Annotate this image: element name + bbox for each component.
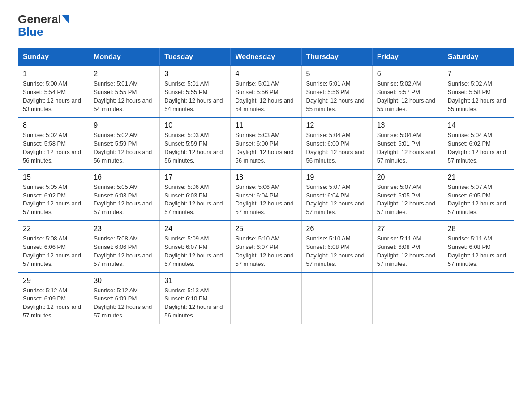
calendar-cell: 9Sunrise: 5:02 AMSunset: 5:59 PMDaylight… (89, 117, 160, 169)
week-row-3: 15Sunrise: 5:05 AMSunset: 6:02 PMDayligh… (18, 169, 514, 221)
calendar-cell: 31Sunrise: 5:13 AMSunset: 6:10 PMDayligh… (160, 273, 231, 324)
day-info: Sunrise: 5:11 AMSunset: 6:08 PMDaylight:… (377, 235, 438, 268)
day-number: 12 (306, 121, 368, 129)
calendar-table: SundayMondayTuesdayWednesdayThursdayFrid… (18, 48, 514, 324)
day-info: Sunrise: 5:11 AMSunset: 6:08 PMDaylight:… (448, 235, 509, 268)
day-number: 31 (164, 277, 226, 285)
calendar-cell: 7Sunrise: 5:02 AMSunset: 5:58 PMDaylight… (443, 66, 514, 117)
calendar-cell: 12Sunrise: 5:04 AMSunset: 6:00 PMDayligh… (301, 117, 372, 169)
day-info: Sunrise: 5:02 AMSunset: 5:57 PMDaylight:… (377, 80, 438, 113)
day-number: 17 (164, 173, 226, 181)
calendar-cell: 17Sunrise: 5:06 AMSunset: 6:03 PMDayligh… (160, 169, 231, 221)
day-info: Sunrise: 5:01 AMSunset: 5:56 PMDaylight:… (306, 80, 368, 113)
week-row-4: 22Sunrise: 5:08 AMSunset: 6:06 PMDayligh… (18, 221, 514, 272)
header-friday: Friday (372, 48, 443, 66)
calendar-cell: 6Sunrise: 5:02 AMSunset: 5:57 PMDaylight… (372, 66, 443, 117)
day-info: Sunrise: 5:02 AMSunset: 5:59 PMDaylight:… (94, 131, 155, 165)
calendar-cell: 14Sunrise: 5:04 AMSunset: 6:02 PMDayligh… (443, 117, 514, 169)
day-info: Sunrise: 5:03 AMSunset: 6:00 PMDaylight:… (235, 131, 296, 165)
calendar-cell: 22Sunrise: 5:08 AMSunset: 6:06 PMDayligh… (18, 221, 89, 272)
header-monday: Monday (89, 48, 160, 66)
logo: General Blue (18, 13, 69, 39)
day-info: Sunrise: 5:06 AMSunset: 6:03 PMDaylight:… (164, 183, 226, 217)
calendar-cell: 5Sunrise: 5:01 AMSunset: 5:56 PMDaylight… (301, 66, 372, 117)
calendar-cell: 24Sunrise: 5:09 AMSunset: 6:07 PMDayligh… (160, 221, 231, 272)
day-number: 5 (306, 70, 368, 78)
day-number: 2 (94, 70, 155, 78)
day-info: Sunrise: 5:07 AMSunset: 6:05 PMDaylight:… (377, 183, 438, 217)
calendar-cell (301, 273, 372, 324)
day-number: 13 (377, 121, 438, 129)
day-number: 11 (235, 121, 296, 129)
day-number: 16 (94, 173, 155, 181)
day-info: Sunrise: 5:08 AMSunset: 6:06 PMDaylight:… (23, 235, 84, 268)
day-info: Sunrise: 5:10 AMSunset: 6:07 PMDaylight:… (235, 235, 296, 268)
logo-blue: Blue (18, 25, 43, 39)
calendar-cell: 19Sunrise: 5:07 AMSunset: 6:04 PMDayligh… (301, 169, 372, 221)
day-number: 7 (448, 70, 509, 78)
calendar-cell: 20Sunrise: 5:07 AMSunset: 6:05 PMDayligh… (372, 169, 443, 221)
header-sunday: Sunday (18, 48, 89, 66)
day-info: Sunrise: 5:05 AMSunset: 6:02 PMDaylight:… (23, 183, 84, 217)
calendar-cell: 21Sunrise: 5:07 AMSunset: 6:05 PMDayligh… (443, 169, 514, 221)
day-info: Sunrise: 5:06 AMSunset: 6:04 PMDaylight:… (235, 183, 296, 217)
day-info: Sunrise: 5:03 AMSunset: 5:59 PMDaylight:… (164, 131, 226, 165)
header-saturday: Saturday (443, 48, 514, 66)
day-info: Sunrise: 5:07 AMSunset: 6:04 PMDaylight:… (306, 183, 368, 217)
calendar-cell: 4Sunrise: 5:01 AMSunset: 5:56 PMDaylight… (231, 66, 301, 117)
day-info: Sunrise: 5:01 AMSunset: 5:55 PMDaylight:… (164, 80, 226, 113)
calendar-cell: 23Sunrise: 5:08 AMSunset: 6:06 PMDayligh… (89, 221, 160, 272)
calendar-cell: 18Sunrise: 5:06 AMSunset: 6:04 PMDayligh… (231, 169, 301, 221)
day-number: 25 (235, 225, 296, 233)
calendar-cell (443, 273, 514, 324)
day-number: 18 (235, 173, 296, 181)
calendar-cell (231, 273, 301, 324)
day-number: 21 (448, 173, 509, 181)
calendar-cell: 16Sunrise: 5:05 AMSunset: 6:03 PMDayligh… (89, 169, 160, 221)
calendar-cell: 27Sunrise: 5:11 AMSunset: 6:08 PMDayligh… (372, 221, 443, 272)
day-info: Sunrise: 5:01 AMSunset: 5:55 PMDaylight:… (94, 80, 155, 113)
calendar-cell: 3Sunrise: 5:01 AMSunset: 5:55 PMDaylight… (160, 66, 231, 117)
week-row-5: 29Sunrise: 5:12 AMSunset: 6:09 PMDayligh… (18, 273, 514, 324)
logo-general: General (18, 13, 61, 25)
day-info: Sunrise: 5:05 AMSunset: 6:03 PMDaylight:… (94, 183, 155, 217)
header-tuesday: Tuesday (160, 48, 231, 66)
day-number: 20 (377, 173, 438, 181)
day-number: 24 (164, 225, 226, 233)
calendar-cell: 11Sunrise: 5:03 AMSunset: 6:00 PMDayligh… (231, 117, 301, 169)
day-number: 22 (23, 225, 84, 233)
day-number: 19 (306, 173, 368, 181)
day-number: 3 (164, 70, 226, 78)
calendar-cell: 1Sunrise: 5:00 AMSunset: 5:54 PMDaylight… (18, 66, 89, 117)
day-info: Sunrise: 5:12 AMSunset: 6:09 PMDaylight:… (94, 287, 155, 320)
day-number: 26 (306, 225, 368, 233)
page-header: General Blue (18, 13, 514, 39)
day-number: 8 (23, 121, 84, 129)
day-info: Sunrise: 5:04 AMSunset: 6:00 PMDaylight:… (306, 131, 368, 165)
day-number: 23 (94, 225, 155, 233)
day-info: Sunrise: 5:07 AMSunset: 6:05 PMDaylight:… (448, 183, 509, 217)
day-number: 30 (94, 277, 155, 285)
day-info: Sunrise: 5:01 AMSunset: 5:56 PMDaylight:… (235, 80, 296, 113)
week-row-1: 1Sunrise: 5:00 AMSunset: 5:54 PMDaylight… (18, 66, 514, 117)
day-info: Sunrise: 5:02 AMSunset: 5:58 PMDaylight:… (448, 80, 509, 113)
day-info: Sunrise: 5:02 AMSunset: 5:58 PMDaylight:… (23, 131, 84, 165)
day-info: Sunrise: 5:08 AMSunset: 6:06 PMDaylight:… (94, 235, 155, 268)
header-thursday: Thursday (301, 48, 372, 66)
calendar-cell: 29Sunrise: 5:12 AMSunset: 6:09 PMDayligh… (18, 273, 89, 324)
day-number: 10 (164, 121, 226, 129)
week-row-2: 8Sunrise: 5:02 AMSunset: 5:58 PMDaylight… (18, 117, 514, 169)
header-wednesday: Wednesday (231, 48, 301, 66)
calendar-cell: 8Sunrise: 5:02 AMSunset: 5:58 PMDaylight… (18, 117, 89, 169)
day-number: 14 (448, 121, 509, 129)
calendar-cell: 13Sunrise: 5:04 AMSunset: 6:01 PMDayligh… (372, 117, 443, 169)
day-info: Sunrise: 5:10 AMSunset: 6:08 PMDaylight:… (306, 235, 368, 268)
day-info: Sunrise: 5:00 AMSunset: 5:54 PMDaylight:… (23, 80, 84, 113)
day-number: 1 (23, 70, 84, 78)
day-info: Sunrise: 5:04 AMSunset: 6:01 PMDaylight:… (377, 131, 438, 165)
day-number: 4 (235, 70, 296, 78)
calendar-cell: 26Sunrise: 5:10 AMSunset: 6:08 PMDayligh… (301, 221, 372, 272)
logo-arrow-icon (62, 15, 69, 23)
calendar-cell (372, 273, 443, 324)
calendar-cell: 30Sunrise: 5:12 AMSunset: 6:09 PMDayligh… (89, 273, 160, 324)
